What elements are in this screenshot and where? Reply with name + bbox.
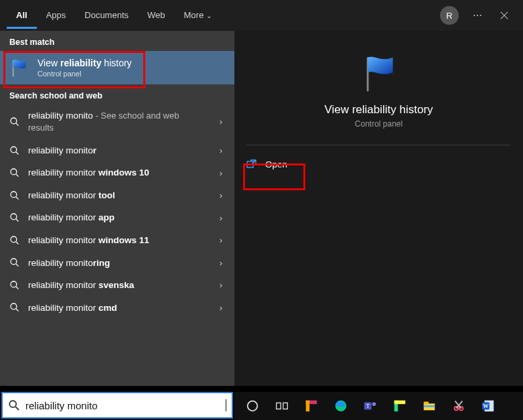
result-row[interactable]: reliability monitor tool› xyxy=(0,184,234,207)
open-icon xyxy=(246,159,257,169)
results-list: reliability monito - See school and web … xyxy=(0,104,234,319)
section-web: Search school and web xyxy=(0,84,234,104)
result-row[interactable]: reliability monitor svenska› xyxy=(0,274,234,297)
svg-rect-20 xyxy=(247,161,253,167)
result-row[interactable]: reliability monito - See school and web … xyxy=(0,104,234,139)
svg-rect-35 xyxy=(394,401,406,405)
bm-suffix: history xyxy=(101,58,131,68)
user-avatar[interactable]: R xyxy=(440,6,459,25)
tab-more[interactable]: More⌄ xyxy=(175,2,222,29)
result-label: reliability monitor svenska xyxy=(28,279,206,291)
svg-point-18 xyxy=(11,303,17,309)
svg-point-6 xyxy=(11,169,17,175)
svg-rect-28 xyxy=(306,401,310,412)
divider xyxy=(246,145,511,145)
search-icon xyxy=(9,280,20,291)
svg-line-13 xyxy=(16,242,19,244)
chevron-right-icon[interactable]: › xyxy=(214,213,228,223)
svg-point-14 xyxy=(11,259,17,265)
detail-subtitle: Control panel xyxy=(355,119,402,129)
result-row[interactable]: reliability monitor windows 10› xyxy=(0,161,234,184)
chevron-right-icon[interactable]: › xyxy=(214,168,228,178)
best-match-text: View reliability history Control panel xyxy=(38,58,132,78)
svg-point-16 xyxy=(11,281,17,287)
taskbar-taskview[interactable] xyxy=(269,393,295,419)
taskbar-app-edge[interactable] xyxy=(328,393,354,419)
result-label: reliability monitor tool xyxy=(28,190,206,202)
tab-all[interactable]: All xyxy=(7,2,37,29)
svg-point-32 xyxy=(372,403,376,407)
detail-title: View reliability history xyxy=(324,103,433,117)
search-input[interactable] xyxy=(25,400,226,411)
chevron-down-icon: ⌄ xyxy=(206,12,212,19)
result-label: reliability monitor windows 10 xyxy=(28,167,206,179)
close-button[interactable] xyxy=(491,2,518,29)
taskbar-app-intellij[interactable] xyxy=(299,393,324,419)
detail-flag-icon xyxy=(359,54,399,94)
tab-more-label: More xyxy=(184,10,204,20)
taskbar-app-explorer[interactable] xyxy=(417,393,442,419)
svg-line-7 xyxy=(16,174,19,177)
chevron-right-icon[interactable]: › xyxy=(214,280,228,290)
chevron-right-icon[interactable]: › xyxy=(214,117,228,127)
search-icon xyxy=(9,167,20,178)
result-label: reliability monito - See school and web … xyxy=(28,110,206,134)
best-match-result[interactable]: View reliability history Control panel xyxy=(0,51,234,84)
result-row[interactable]: reliability monitoring› xyxy=(0,252,234,275)
bm-subtitle: Control panel xyxy=(38,70,132,78)
section-best-match: Best match xyxy=(0,31,234,51)
svg-line-3 xyxy=(16,123,19,126)
svg-rect-24 xyxy=(277,403,281,409)
tab-web[interactable]: Web xyxy=(138,2,175,29)
svg-line-22 xyxy=(15,407,19,410)
svg-text:T: T xyxy=(366,403,370,409)
bm-bold: reliability xyxy=(60,58,101,68)
results-column: Best match View reliability history Cont… xyxy=(0,31,234,386)
search-icon xyxy=(9,257,20,268)
svg-rect-38 xyxy=(424,405,435,407)
bm-prefix: View xyxy=(38,58,60,68)
search-icon xyxy=(9,212,20,223)
open-label: Open xyxy=(265,159,287,169)
svg-point-4 xyxy=(11,147,17,153)
tab-documents[interactable]: Documents xyxy=(75,2,138,29)
chevron-right-icon[interactable]: › xyxy=(214,235,228,245)
svg-point-2 xyxy=(11,118,17,124)
taskbar-cortana[interactable] xyxy=(240,393,265,419)
taskbar-app-word[interactable]: W xyxy=(475,393,501,419)
search-icon xyxy=(9,117,20,127)
search-icon xyxy=(9,145,20,156)
chevron-right-icon[interactable]: › xyxy=(214,303,228,313)
result-label: reliability monitor cmd xyxy=(28,302,206,314)
options-button[interactable]: ⋯ xyxy=(464,2,491,29)
result-label: reliability monitor app xyxy=(28,212,206,224)
svg-text:W: W xyxy=(483,403,489,409)
chevron-right-icon[interactable]: › xyxy=(214,190,228,200)
panel-body: Best match View reliability history Cont… xyxy=(0,31,523,386)
svg-rect-25 xyxy=(283,403,287,409)
chevron-right-icon[interactable]: › xyxy=(214,145,228,155)
result-label: reliability monitor xyxy=(28,145,206,157)
result-label: reliability monitoring xyxy=(28,257,206,269)
filter-tabs: All Apps Documents Web More⌄ R ⋯ xyxy=(0,0,523,31)
open-action[interactable]: Open xyxy=(234,152,523,176)
tab-apps[interactable]: Apps xyxy=(37,2,76,29)
taskbar-app-teams[interactable]: T xyxy=(358,393,383,419)
svg-line-15 xyxy=(16,264,19,267)
svg-rect-37 xyxy=(424,402,429,405)
result-row[interactable]: reliability monitor› xyxy=(0,139,234,162)
result-row[interactable]: reliability monitor cmd› xyxy=(0,297,234,320)
taskbar: T W xyxy=(234,392,523,420)
search-icon xyxy=(8,399,20,411)
search-icon xyxy=(9,235,20,246)
taskbar-app-pycharm[interactable] xyxy=(387,393,413,419)
search-box[interactable] xyxy=(1,392,233,419)
svg-point-8 xyxy=(11,192,17,198)
result-row[interactable]: reliability monitor app› xyxy=(0,206,234,229)
taskbar-app-snip[interactable] xyxy=(446,393,471,419)
result-row[interactable]: reliability monitor windows 11› xyxy=(0,229,234,252)
svg-line-11 xyxy=(16,219,19,222)
svg-point-10 xyxy=(11,214,17,220)
flag-icon xyxy=(9,58,29,78)
chevron-right-icon[interactable]: › xyxy=(214,258,228,268)
